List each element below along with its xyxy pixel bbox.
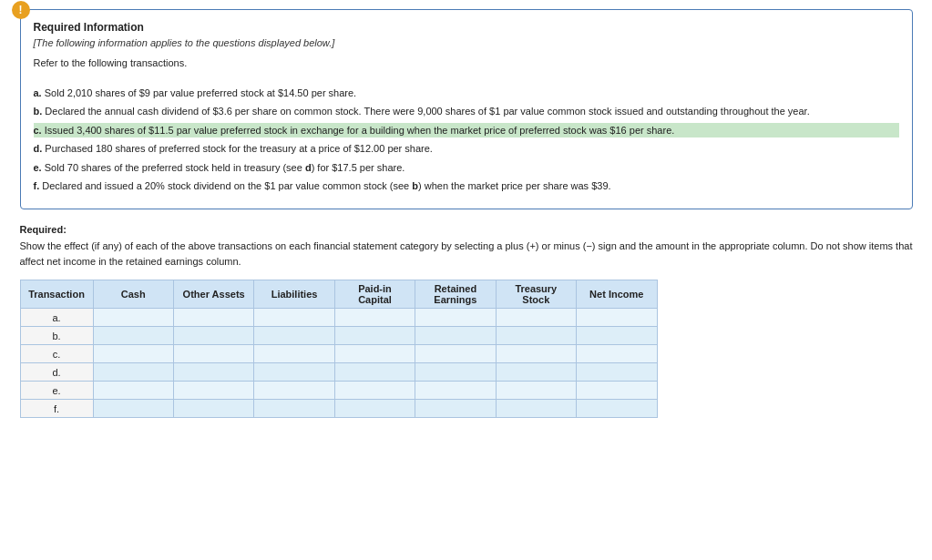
- input-f-treasury-stock[interactable]: [502, 403, 570, 414]
- input-a-paid-in-capital[interactable]: [341, 312, 409, 323]
- input-d-liabilities[interactable]: [260, 367, 328, 378]
- input-f-other-assets[interactable]: [179, 403, 248, 414]
- input-a-treasury-stock[interactable]: [502, 312, 570, 323]
- cell-f-paid-in-capital[interactable]: [334, 400, 415, 418]
- cell-b-treasury-stock[interactable]: [496, 327, 576, 345]
- input-f-cash[interactable]: [99, 403, 168, 414]
- cell-f-liabilities[interactable]: [254, 400, 334, 418]
- input-a-liabilities[interactable]: [260, 312, 328, 323]
- input-b-treasury-stock[interactable]: [502, 331, 570, 341]
- cell-b-other-assets[interactable]: [173, 327, 253, 345]
- input-a-retained-earnings[interactable]: [421, 312, 489, 323]
- cell-a-other-assets[interactable]: [173, 309, 253, 327]
- cell-b-liabilities[interactable]: [254, 327, 334, 345]
- row-label-e: e.: [20, 382, 93, 400]
- transaction-a: a. Sold 2,010 shares of $9 par value pre…: [34, 86, 899, 101]
- cell-d-retained-earnings[interactable]: [415, 363, 496, 382]
- cell-b-paid-in-capital[interactable]: [334, 327, 415, 345]
- input-c-liabilities[interactable]: [260, 349, 328, 360]
- input-e-treasury-stock[interactable]: [502, 385, 570, 396]
- cell-e-net-income[interactable]: [577, 382, 657, 400]
- input-d-retained-earnings[interactable]: [421, 367, 489, 378]
- cell-d-cash[interactable]: [93, 363, 173, 382]
- cell-c-treasury-stock[interactable]: [496, 345, 576, 363]
- cell-c-net-income[interactable]: [577, 345, 657, 363]
- input-c-other-assets[interactable]: [179, 349, 248, 360]
- cell-a-net-income[interactable]: [577, 309, 657, 327]
- input-c-treasury-stock[interactable]: [502, 349, 570, 360]
- cell-f-retained-earnings[interactable]: [415, 400, 496, 418]
- cell-e-other-assets[interactable]: [173, 382, 253, 400]
- input-e-other-assets[interactable]: [179, 385, 248, 396]
- cell-c-cash[interactable]: [93, 345, 173, 363]
- cell-e-paid-in-capital[interactable]: [334, 382, 415, 400]
- input-b-cash[interactable]: [99, 331, 168, 341]
- input-c-net-income[interactable]: [582, 349, 650, 360]
- info-subtitle: [The following information applies to th…: [34, 37, 899, 48]
- input-f-net-income[interactable]: [582, 403, 650, 414]
- table-row: f.: [20, 400, 657, 418]
- cell-d-liabilities[interactable]: [254, 363, 334, 382]
- transaction-b: b. Declared the annual cash dividend of …: [34, 104, 899, 119]
- input-f-paid-in-capital[interactable]: [341, 403, 409, 414]
- cell-d-net-income[interactable]: [577, 363, 657, 382]
- input-e-net-income[interactable]: [582, 385, 650, 396]
- col-treasury-stock: Treasury Stock: [496, 280, 576, 309]
- cell-c-liabilities[interactable]: [254, 345, 334, 363]
- cell-a-liabilities[interactable]: [254, 309, 334, 327]
- input-a-other-assets[interactable]: [179, 312, 248, 323]
- row-label-c: c.: [20, 345, 93, 363]
- col-net-income: Net Income: [577, 280, 657, 309]
- cell-c-retained-earnings[interactable]: [415, 345, 496, 363]
- cell-b-cash[interactable]: [93, 327, 173, 345]
- cell-c-other-assets[interactable]: [173, 345, 253, 363]
- input-e-cash[interactable]: [99, 385, 168, 396]
- cell-f-cash[interactable]: [93, 400, 173, 418]
- transaction-e: e. Sold 70 shares of the preferred stock…: [34, 160, 899, 176]
- input-b-other-assets[interactable]: [179, 331, 248, 341]
- input-b-net-income[interactable]: [582, 331, 650, 341]
- input-e-liabilities[interactable]: [260, 385, 328, 396]
- cell-e-retained-earnings[interactable]: [415, 382, 496, 400]
- cell-f-treasury-stock[interactable]: [496, 400, 576, 418]
- input-e-paid-in-capital[interactable]: [341, 385, 409, 396]
- cell-c-paid-in-capital[interactable]: [334, 345, 415, 363]
- input-f-liabilities[interactable]: [260, 403, 328, 414]
- cell-e-cash[interactable]: [93, 382, 173, 400]
- cell-e-liabilities[interactable]: [254, 382, 334, 400]
- input-b-retained-earnings[interactable]: [421, 331, 489, 341]
- cell-a-cash[interactable]: [93, 309, 173, 327]
- input-e-retained-earnings[interactable]: [421, 385, 489, 396]
- input-d-net-income[interactable]: [582, 367, 650, 378]
- input-c-paid-in-capital[interactable]: [341, 349, 409, 360]
- input-b-liabilities[interactable]: [260, 331, 328, 341]
- cell-b-retained-earnings[interactable]: [415, 327, 496, 345]
- input-a-net-income[interactable]: [582, 312, 650, 323]
- info-title: Required Information: [34, 21, 899, 34]
- input-c-cash[interactable]: [99, 349, 168, 360]
- cell-a-paid-in-capital[interactable]: [334, 309, 415, 327]
- cell-d-treasury-stock[interactable]: [496, 363, 576, 382]
- cell-f-net-income[interactable]: [577, 400, 657, 418]
- input-c-retained-earnings[interactable]: [421, 349, 489, 360]
- input-d-cash[interactable]: [99, 367, 168, 378]
- col-cash: Cash: [93, 280, 173, 309]
- input-f-retained-earnings[interactable]: [421, 403, 489, 414]
- cell-a-retained-earnings[interactable]: [415, 309, 496, 327]
- info-box: ! Required Information [The following in…: [20, 9, 913, 209]
- cell-a-treasury-stock[interactable]: [496, 309, 576, 327]
- required-section: Required: Show the effect (if any) of ea…: [20, 222, 913, 270]
- cell-b-net-income[interactable]: [577, 327, 657, 345]
- table-row: e.: [20, 382, 657, 400]
- input-d-treasury-stock[interactable]: [502, 367, 570, 378]
- input-b-paid-in-capital[interactable]: [341, 331, 409, 341]
- input-d-paid-in-capital[interactable]: [341, 367, 409, 378]
- transaction-c: c. Issued 3,400 shares of $11.5 par valu…: [34, 123, 899, 138]
- table-row: b.: [20, 327, 657, 345]
- cell-f-other-assets[interactable]: [173, 400, 253, 418]
- cell-d-other-assets[interactable]: [173, 363, 253, 382]
- cell-e-treasury-stock[interactable]: [496, 382, 576, 400]
- cell-d-paid-in-capital[interactable]: [334, 363, 415, 382]
- input-a-cash[interactable]: [99, 312, 168, 323]
- input-d-other-assets[interactable]: [179, 367, 248, 378]
